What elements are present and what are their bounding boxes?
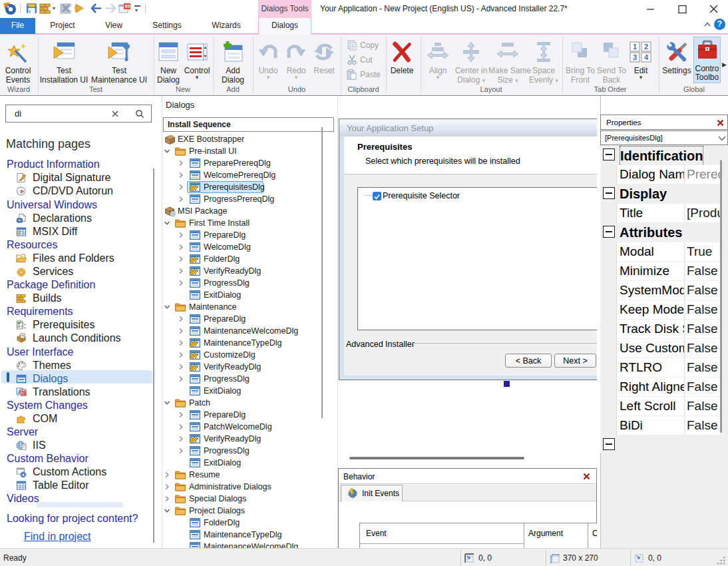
svg-text:說: 說: [21, 390, 27, 396]
svg-text:3: 3: [633, 53, 637, 61]
svg-text:1: 1: [633, 43, 637, 51]
svg-text:2: 2: [644, 43, 648, 51]
svg-text:99: 99: [125, 4, 130, 9]
svg-text:4: 4: [644, 53, 649, 61]
